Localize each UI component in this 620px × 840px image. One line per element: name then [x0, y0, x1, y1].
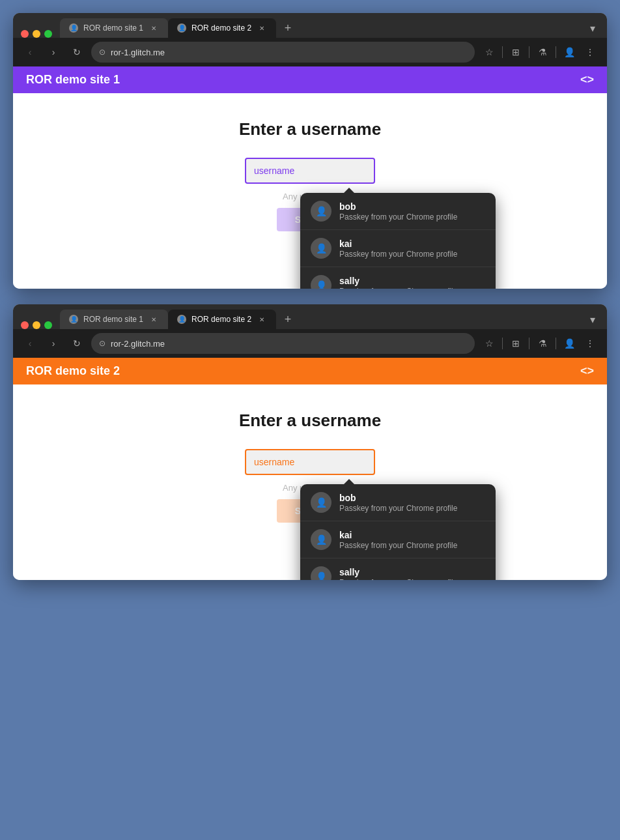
maximize-button-2[interactable] — [44, 321, 52, 329]
divider-6 — [556, 338, 556, 349]
passkey-sub-sally-1: Passkey from your Chrome profile — [339, 287, 485, 289]
passkey-dropdown-2: 👤 bob Passkey from your Chrome profile 👤… — [300, 484, 496, 580]
title-bar-1: 👤 ROR demo site 1 ✕ 👤 ROR demo site 2 ✕ … — [13, 13, 607, 66]
url-bar-2[interactable]: ⊙ ror-2.glitch.me — [91, 333, 475, 354]
tab-label-3: ROR demo site 1 — [83, 315, 143, 324]
traffic-lights-1 — [18, 30, 55, 38]
username-input-1[interactable] — [245, 158, 375, 184]
passkey-item-sally-2[interactable]: 👤 sally Passkey from your Chrome profile — [300, 558, 496, 580]
site-title-1: ROR demo site 1 — [26, 73, 120, 87]
passkey-name-kai-2: kai — [339, 530, 485, 540]
passkey-name-bob-2: bob — [339, 493, 485, 503]
passkey-item-kai-2[interactable]: 👤 kai Passkey from your Chrome profile — [300, 521, 496, 558]
passkey-sub-kai-1: Passkey from your Chrome profile — [339, 250, 485, 259]
minimize-button-1[interactable] — [33, 30, 40, 38]
extensions-icon-1[interactable]: ⊞ — [507, 43, 525, 61]
passkey-sub-bob-1: Passkey from your Chrome profile — [339, 212, 485, 222]
tab-close-1[interactable]: ✕ — [148, 23, 159, 33]
tab-close-2[interactable]: ✕ — [257, 23, 267, 33]
passkey-avatar-bob-1: 👤 — [311, 201, 331, 222]
page-content-2: Enter a username 👤 bob Passkey from your… — [13, 384, 607, 580]
url-text-1: ror-1.glitch.me — [111, 48, 165, 57]
tab-list-button-1[interactable]: ▾ — [584, 19, 602, 37]
tab-ror-site-1-inactive-2[interactable]: 👤 ROR demo site 1 ✕ — [60, 310, 168, 329]
bookmark-icon-1[interactable]: ☆ — [480, 43, 498, 61]
title-bar-2: 👤 ROR demo site 1 ✕ 👤 ROR demo site 2 ✕ … — [13, 304, 607, 358]
passkey-info-bob-2: bob Passkey from your Chrome profile — [339, 493, 485, 513]
url-text-2: ror-2.glitch.me — [111, 339, 165, 349]
close-button-1[interactable] — [21, 30, 29, 38]
passkey-name-sally-2: sally — [339, 567, 485, 577]
site-title-2: ROR demo site 2 — [26, 364, 120, 378]
refresh-button-1[interactable]: ↻ — [68, 43, 86, 61]
bookmark-icon-2[interactable]: ☆ — [480, 334, 498, 353]
divider-1 — [502, 46, 503, 58]
refresh-button-2[interactable]: ↻ — [68, 334, 86, 353]
security-icon-2: ⊙ — [99, 339, 106, 348]
back-button-2[interactable]: ‹ — [21, 334, 39, 353]
toolbar-icons-2: ☆ ⊞ ⚗ 👤 ⋮ — [480, 334, 599, 353]
passkey-item-sally-1[interactable]: 👤 sally Passkey from your Chrome profile — [300, 267, 496, 289]
maximize-button-1[interactable] — [44, 30, 52, 38]
passkey-avatar-sally-1: 👤 — [311, 275, 331, 289]
passkey-info-bob-1: bob Passkey from your Chrome profile — [339, 201, 485, 222]
code-icon-2[interactable]: <> — [580, 364, 594, 378]
forward-button-1[interactable]: › — [44, 43, 63, 61]
username-input-2[interactable] — [245, 449, 375, 475]
divider-4 — [502, 338, 503, 349]
divider-3 — [556, 46, 556, 58]
page-title-1: Enter a username — [239, 119, 381, 139]
passkey-name-sally-1: sally — [339, 276, 485, 286]
divider-2 — [529, 46, 529, 58]
address-bar-2: ‹ › ↻ ⊙ ror-2.glitch.me ☆ ⊞ ⚗ 👤 ⋮ — [13, 329, 607, 358]
tab-favicon-3: 👤 — [69, 315, 78, 324]
tab-ror-site-2-active[interactable]: 👤 ROR demo site 2 ✕ — [168, 18, 276, 38]
tab-label-2: ROR demo site 2 — [191, 23, 251, 33]
forward-button-2[interactable]: › — [44, 334, 63, 353]
passkey-info-kai-2: kai Passkey from your Chrome profile — [339, 530, 485, 550]
extensions-icon-2[interactable]: ⊞ — [507, 334, 525, 353]
tab-favicon-4: 👤 — [177, 315, 186, 324]
passkey-avatar-kai-1: 👤 — [311, 238, 331, 259]
lab-icon-2[interactable]: ⚗ — [533, 334, 552, 353]
passkey-info-sally-2: sally Passkey from your Chrome profile — [339, 567, 485, 581]
new-tab-button-2[interactable]: + — [279, 310, 297, 328]
profile-icon-1[interactable]: 👤 — [560, 43, 578, 61]
tab-ror-site-2-active-2[interactable]: 👤 ROR demo site 2 ✕ — [168, 310, 276, 329]
security-icon-1: ⊙ — [99, 48, 106, 57]
lab-icon-1[interactable]: ⚗ — [533, 43, 552, 61]
back-button-1[interactable]: ‹ — [21, 43, 39, 61]
passkey-avatar-bob-2: 👤 — [311, 492, 331, 513]
toolbar-icons-1: ☆ ⊞ ⚗ 👤 ⋮ — [480, 43, 599, 61]
tab-list-button-2[interactable]: ▾ — [584, 310, 602, 328]
tab-close-3[interactable]: ✕ — [148, 314, 159, 325]
passkey-sub-kai-2: Passkey from your Chrome profile — [339, 541, 485, 550]
tab-ror-site-1-inactive[interactable]: 👤 ROR demo site 1 ✕ — [60, 18, 168, 38]
passkey-sub-sally-2: Passkey from your Chrome profile — [339, 578, 485, 581]
url-bar-1[interactable]: ⊙ ror-1.glitch.me — [91, 42, 475, 63]
tab-close-4[interactable]: ✕ — [257, 314, 267, 325]
passkey-info-kai-1: kai Passkey from your Chrome profile — [339, 239, 485, 259]
code-icon-1[interactable]: <> — [580, 73, 594, 87]
tab-favicon-2: 👤 — [177, 23, 186, 33]
new-tab-button-1[interactable]: + — [279, 19, 297, 37]
passkey-item-kai-1[interactable]: 👤 kai Passkey from your Chrome profile — [300, 230, 496, 267]
passkey-name-kai-1: kai — [339, 239, 485, 249]
passkey-item-bob-2[interactable]: 👤 bob Passkey from your Chrome profile — [300, 484, 496, 521]
tab-favicon-1: 👤 — [69, 23, 78, 33]
minimize-button-2[interactable] — [33, 321, 40, 329]
profile-icon-2[interactable]: 👤 — [560, 334, 578, 353]
tab-label-1: ROR demo site 1 — [83, 23, 143, 33]
more-icon-1[interactable]: ⋮ — [581, 43, 599, 61]
address-bar-1: ‹ › ↻ ⊙ ror-1.glitch.me ☆ ⊞ ⚗ 👤 ⋮ — [13, 38, 607, 66]
browser-window-2: 👤 ROR demo site 1 ✕ 👤 ROR demo site 2 ✕ … — [13, 304, 607, 580]
passkey-avatar-kai-2: 👤 — [311, 529, 331, 550]
tab-strip-2: 👤 ROR demo site 1 ✕ 👤 ROR demo site 2 ✕ … — [13, 304, 607, 329]
passkey-name-bob-1: bob — [339, 201, 485, 212]
passkey-avatar-sally-2: 👤 — [311, 566, 331, 580]
tab-strip-1: 👤 ROR demo site 1 ✕ 👤 ROR demo site 2 ✕ … — [13, 13, 607, 38]
close-button-2[interactable] — [21, 321, 29, 329]
more-icon-2[interactable]: ⋮ — [581, 334, 599, 353]
passkey-info-sally-1: sally Passkey from your Chrome profile — [339, 276, 485, 289]
passkey-item-bob-1[interactable]: 👤 bob Passkey from your Chrome profile — [300, 193, 496, 230]
